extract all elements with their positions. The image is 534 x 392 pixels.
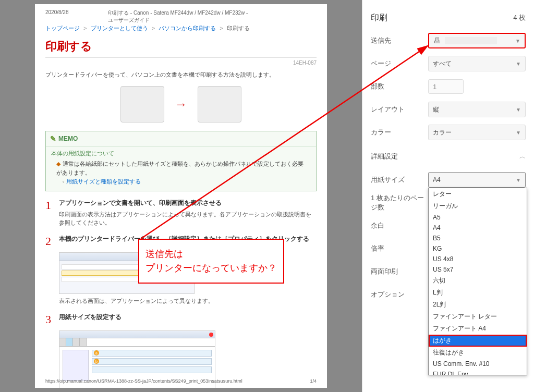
scale-label: 倍率 [371, 244, 428, 253]
paper-size-option[interactable]: 往復はがき [429, 347, 527, 359]
margin-label: 余白 [371, 221, 428, 230]
layout-label: レイアウト [371, 105, 428, 114]
step-1: 1 アプリケーションで文書を開いて、印刷画面を表示させる 印刷画面の表示方法はア… [45, 199, 317, 227]
paper-size-dropdown[interactable]: レターリーガルA5A4B5KGUS 4x8US 5x7六切L判2L判ファインアー… [428, 188, 527, 375]
print-panel: 印刷 4 枚 送信先 🖶 ▼ ページ すべて ▼ 部数 [362, 0, 534, 392]
memo-link[interactable]: 用紙サイズと種類を設定する [66, 178, 141, 185]
paper-size-option[interactable]: EUR DL Env. [429, 369, 527, 375]
caret-down-icon: ▼ [516, 107, 521, 113]
computer-illustration [120, 86, 164, 123]
paper-size-option[interactable]: A5 [429, 212, 527, 223]
duplex-label: 両面印刷 [371, 267, 428, 276]
crumb-2[interactable]: プリンターとして使う [91, 25, 148, 31]
crumb-3[interactable]: パソコンから印刷する [159, 25, 216, 31]
crumb-top[interactable]: トップページ [45, 25, 80, 31]
doc-header-title: 印刷する - Canon - Satera MF244dw / MF242dw … [108, 9, 254, 24]
doc-description: プリンタードライバーを使って、パソコン上の文書を本機で印刷する方法を説明します。 [45, 71, 317, 79]
step-desc: 印刷画面の表示方法はアプリケーションによって異なります。各アプリケーションの取扱… [59, 211, 317, 227]
caret-down-icon: ▼ [516, 177, 521, 183]
paper-size-option[interactable]: はがき [429, 335, 527, 347]
memo-box: ✎MEMO 本体の用紙設定について ◆通常は各給紙部にセットした用紙サイズと種類… [45, 131, 317, 191]
page-title: 印刷する [45, 39, 317, 58]
paper-size-option[interactable]: ファインアート A4 [429, 323, 527, 335]
advanced-settings-toggle[interactable]: 詳細設定 ︿ [371, 144, 526, 168]
paper-size-option[interactable]: US 4x8 [429, 254, 527, 264]
annotation-callout: 送信先は プリンターになっていますか？ [138, 239, 284, 284]
printer-illustration [198, 86, 241, 123]
paper-size-option[interactable]: KG [429, 243, 527, 254]
paper-size-option[interactable]: L判 [429, 287, 527, 299]
step-number: 3 [45, 313, 55, 326]
color-select[interactable]: カラー ▼ [428, 125, 526, 140]
paper-size-option[interactable]: 2L判 [429, 299, 527, 311]
step-2-note: 表示される画面は、アプリケーションによって異なります。 [59, 297, 317, 305]
sheet-count: 4 枚 [513, 13, 526, 22]
paper-size-option[interactable]: 六切 [429, 275, 527, 287]
doc-code: 14EH-087 [45, 60, 317, 66]
destination-select[interactable]: 🖶 ▼ [428, 33, 526, 48]
arrow-icon: → [175, 97, 187, 112]
per-sheet-label: 1 枚あたりのページ数 [371, 193, 428, 212]
paper-size-option[interactable]: US Comm. Env. #10 [429, 359, 527, 369]
paper-size-select[interactable]: A4 ▼ [428, 172, 526, 188]
memo-body: ◆通常は各給紙部にセットした用紙サイズと種類を、あらかじめ操作パネルで設定してお… [46, 157, 316, 191]
step-3: 3 用紙サイズを設定する [45, 313, 317, 326]
paper-size-option[interactable]: ファインアート レター [429, 311, 527, 323]
bullet-icon: ◆ [56, 161, 60, 167]
pages-label: ページ [371, 59, 428, 68]
destination-label: 送信先 [371, 36, 428, 45]
breadcrumb: トップページ > プリンターとして使う > パソコンから印刷する > 印刷する [45, 24, 317, 32]
paper-size-option[interactable]: レター [429, 188, 527, 200]
memo-heading: MEMO [58, 135, 78, 142]
document-preview-area: 2020/8/28 印刷する - Canon - Satera MF244dw … [0, 0, 362, 392]
step-title: アプリケーションで文書を開いて、印刷画面を表示させる [59, 199, 317, 207]
layout-select[interactable]: 縦 ▼ [428, 102, 526, 117]
caret-down-icon: ▼ [515, 38, 520, 44]
pages-select[interactable]: すべて ▼ [428, 56, 526, 71]
paper-size-option[interactable]: A4 [429, 223, 527, 233]
illustration: → [45, 86, 317, 123]
copies-input[interactable]: 1 [428, 79, 464, 94]
printer-icon: 🖶 [433, 36, 441, 45]
paper-size-option[interactable]: B5 [429, 233, 527, 243]
step-number: 2 [45, 235, 55, 248]
document-page: 2020/8/28 印刷する - Canon - Satera MF244dw … [35, 4, 327, 388]
caret-down-icon: ▼ [516, 130, 521, 136]
paper-size-label: 用紙サイズ [371, 175, 428, 185]
caret-down-icon: ▼ [516, 61, 521, 67]
memo-subtitle: 本体の用紙設定について [46, 146, 316, 157]
pen-icon: ✎ [50, 134, 56, 143]
footer-page: 1/4 [310, 378, 317, 384]
crumb-current: 印刷する [227, 25, 250, 31]
paper-size-option[interactable]: リーガル [429, 200, 527, 212]
chevron-up-icon: ︿ [519, 152, 526, 161]
color-label: カラー [371, 128, 428, 137]
paper-size-option[interactable]: US 5x7 [429, 264, 527, 275]
step-number: 1 [45, 199, 55, 227]
panel-title: 印刷 [371, 13, 387, 23]
option-label: オプション [371, 290, 428, 299]
footer-url: https://oip.manual.canon/USRMA-1388-zz-S… [45, 378, 242, 384]
step-title: 用紙サイズを設定する [59, 313, 317, 322]
copies-label: 部数 [371, 82, 428, 91]
